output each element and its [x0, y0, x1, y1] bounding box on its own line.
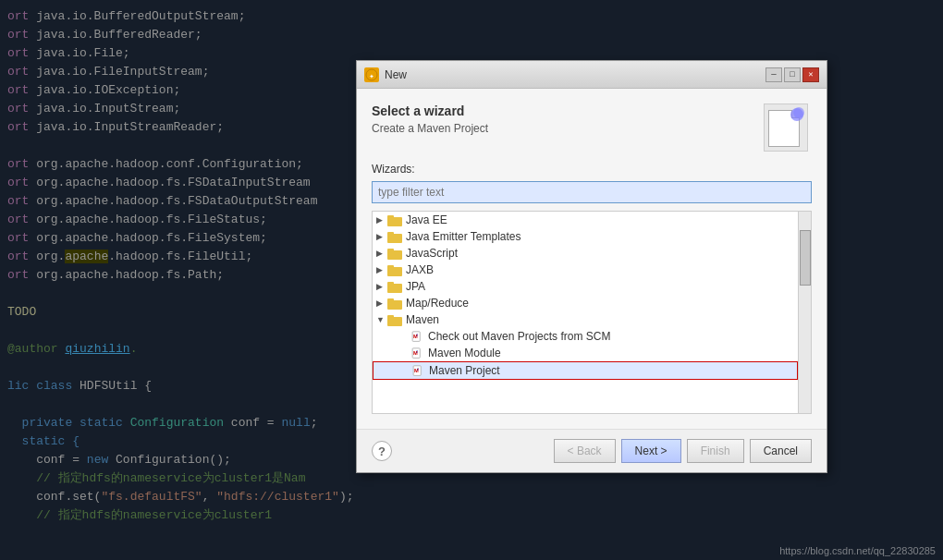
tree-item-label: Java EE — [406, 213, 447, 226]
titlebar-buttons: ─ □ ✕ — [765, 67, 819, 82]
dialog-titlebar: ✦ New ─ □ ✕ — [357, 61, 827, 89]
wizard-icon — [764, 103, 808, 152]
maven-file-icon: M 2 — [410, 347, 424, 359]
tree-item-label: JAXB — [406, 263, 434, 276]
dialog-title-icon: ✦ — [364, 67, 379, 82]
tree-item-java-ee[interactable]: ▶ Java EE — [373, 212, 798, 228]
svg-text:2: 2 — [416, 333, 418, 336]
tree-item-maven-project[interactable]: M 2 Maven Project — [373, 361, 798, 380]
expand-arrow: ▶ — [376, 215, 387, 225]
tree-item-label: JavaScript — [406, 247, 458, 260]
expand-arrow: ▶ — [376, 265, 387, 274]
new-wizard-dialog: ✦ New ─ □ ✕ Select a wizard Create a Mav… — [356, 60, 827, 473]
tree-scrollbar[interactable] — [798, 212, 811, 413]
scrollbar-thumb[interactable] — [800, 230, 811, 286]
back-button[interactable]: < Back — [554, 439, 616, 463]
tree-item-jaxb[interactable]: ▶ JAXB — [373, 262, 798, 278]
expand-arrow: ▶ — [376, 232, 387, 241]
folder-icon-open — [387, 314, 402, 326]
tree-item-label: Maven — [406, 313, 439, 326]
wizard-title: Select a wizard — [372, 103, 488, 118]
svg-rect-10 — [387, 265, 394, 269]
finish-button[interactable]: Finish — [687, 439, 744, 463]
svg-point-2 — [793, 107, 804, 118]
expand-arrow — [398, 332, 410, 341]
tree-item-map-reduce[interactable]: ▶ Map/Reduce — [373, 295, 798, 311]
footer-right: < Back Next > Finish Cancel — [554, 439, 812, 463]
expand-arrow: ▶ — [376, 282, 387, 291]
tree-item-java-emitter[interactable]: ▶ Java Emitter Templates — [373, 228, 798, 245]
expand-arrow — [399, 366, 410, 375]
dialog-header-text: Select a wizard Create a Maven Project — [372, 103, 488, 135]
maximize-button[interactable]: □ — [784, 67, 801, 82]
folder-icon — [387, 214, 402, 226]
svg-rect-6 — [387, 232, 394, 236]
dialog-title-text: New — [385, 68, 407, 81]
folder-icon — [387, 231, 402, 243]
filter-input[interactable] — [372, 181, 812, 203]
close-button[interactable]: ✕ — [802, 67, 819, 82]
tree-item-label: Maven Project — [429, 364, 500, 377]
svg-text:✦: ✦ — [369, 72, 374, 81]
tree-item-javascript[interactable]: ▶ JavaScript — [373, 245, 798, 262]
dialog-footer: ? < Back Next > Finish Cancel — [357, 429, 827, 472]
svg-rect-14 — [387, 298, 394, 302]
folder-icon — [387, 281, 402, 293]
wizard-tree[interactable]: ▶ Java EE ▶ Java Emitter Templates — [372, 211, 812, 414]
svg-rect-12 — [387, 282, 394, 286]
expand-arrow: ▶ — [376, 249, 387, 258]
maven-file-icon: M 2 — [410, 365, 425, 377]
tree-item-maven[interactable]: ▼ Maven — [373, 311, 798, 328]
cancel-button[interactable]: Cancel — [750, 439, 812, 463]
expand-arrow — [398, 348, 410, 358]
folder-icon — [387, 264, 402, 276]
tree-item-maven-module[interactable]: M 2 Maven Module — [373, 345, 798, 361]
wizards-label: Wizards: — [372, 163, 812, 176]
wizard-subtitle: Create a Maven Project — [372, 122, 488, 135]
wizard-icon-inner — [768, 110, 800, 147]
minimize-button[interactable]: ─ — [765, 67, 782, 82]
svg-rect-16 — [387, 315, 394, 319]
tree-item-label: Map/Reduce — [406, 297, 469, 310]
tree-content: ▶ Java EE ▶ Java Emitter Templates — [373, 212, 798, 413]
svg-rect-8 — [387, 249, 394, 252]
folder-icon — [387, 248, 402, 260]
titlebar-left: ✦ New — [364, 67, 407, 82]
footer-left: ? — [372, 441, 392, 461]
svg-rect-4 — [387, 215, 394, 219]
svg-text:2: 2 — [417, 367, 419, 371]
watermark: https://blog.csdn.net/qq_22830285 — [779, 545, 936, 556]
tree-item-label: Java Emitter Templates — [406, 230, 521, 243]
tree-item-jpa[interactable]: ▶ JPA — [373, 278, 798, 295]
dialog-header: Select a wizard Create a Maven Project — [372, 103, 812, 152]
next-button[interactable]: Next > — [621, 439, 681, 463]
wizard-icon-area — [764, 103, 812, 152]
tree-item-label: Check out Maven Projects from SCM — [428, 330, 610, 343]
expand-arrow: ▼ — [376, 315, 387, 324]
tree-item-label: JPA — [406, 280, 425, 293]
svg-text:2: 2 — [416, 349, 418, 353]
tree-item-label: Maven Module — [428, 347, 501, 359]
folder-icon — [387, 298, 402, 310]
maven-file-icon: M 2 — [410, 331, 424, 343]
expand-arrow: ▶ — [376, 298, 387, 308]
dialog-body: Select a wizard Create a Maven Project W… — [357, 89, 827, 429]
help-button[interactable]: ? — [372, 441, 392, 461]
tree-item-check-out[interactable]: M 2 Check out Maven Projects from SCM — [373, 328, 798, 345]
